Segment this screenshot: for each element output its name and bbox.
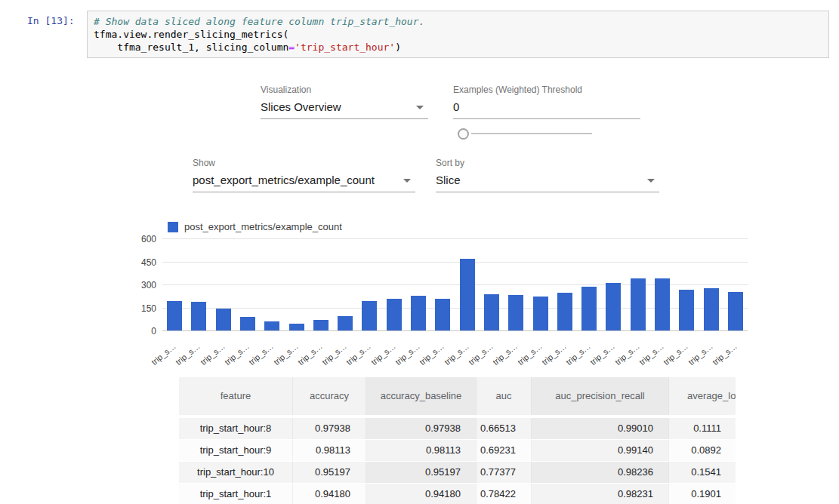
bar[interactable] [167,301,182,330]
table-body: trip_start_hour:80.979380.979380.665130.… [179,418,736,504]
chevron-down-icon [647,179,655,183]
y-axis-tick: 150 [126,303,156,314]
table-cell: 0.66513 [476,418,531,439]
column-header: accuracy_baseline [366,377,476,415]
table-cell: 0.97938 [366,418,476,439]
table-cell: 0.99140 [531,440,668,461]
threshold-slider[interactable] [456,128,592,140]
code-string: 'trip_start_hour' [295,41,395,53]
table-cell: 0.98113 [292,440,366,461]
table-cell: 0.1901 [668,484,736,504]
code-comment: # Show data sliced along feature column … [94,16,424,27]
table-cell: 0.78422 [476,484,531,504]
legend-swatch [168,222,178,232]
gridline [162,238,748,239]
code-line: tfma.view.render_slicing_metrics( [94,28,822,41]
bar[interactable] [435,299,450,330]
bar[interactable] [655,278,670,330]
bar[interactable] [362,301,377,330]
table-cell: 0.98231 [531,484,668,504]
show-dropdown[interactable]: post_export_metrics/example_count [193,172,415,192]
gridline [162,262,748,263]
bar[interactable] [216,309,231,330]
bar[interactable] [606,283,621,330]
visualization-control: Visualization Slices Overview [261,85,428,119]
bar[interactable] [728,292,743,330]
show-value: post_export_metrics/example_count [193,174,375,186]
threshold-control: Examples (Weighted) Threshold [453,85,640,119]
table-cell: 0.94180 [366,484,476,504]
metrics-table: featureaccuracyaccuracy_baselineaucauc_p… [179,377,736,504]
sort-control: Sort by Slice [436,158,659,192]
table-cell: 0.95197 [292,462,366,483]
table-cell: 0.1541 [668,462,736,483]
bar[interactable] [313,320,329,330]
chevron-down-icon [403,179,411,183]
slider-knob[interactable] [458,128,469,140]
bar[interactable] [191,302,206,330]
table-cell: 0.99010 [531,418,668,439]
column-header: feature [179,377,292,415]
code-line: tfma_result_1, slicing_column='trip_star… [94,41,822,54]
sort-value: Slice [436,174,461,186]
code-editor[interactable]: # Show data sliced along feature column … [87,11,829,58]
code-text: ) [395,41,401,53]
bar[interactable] [387,299,402,330]
table-row: trip_start_hour:80.979380.979380.665130.… [179,418,736,440]
visualization-dropdown[interactable]: Slices Overview [261,99,428,119]
visualization-label: Visualization [261,85,428,95]
code-text: tfma_result_1, slicing_column [94,41,288,53]
show-label: Show [193,158,415,168]
table-cell: 0.69231 [476,440,531,461]
table-row: trip_start_hour:90.981130.981130.692310.… [179,440,736,462]
sort-label: Sort by [436,158,659,168]
chevron-down-icon [416,106,424,109]
table-row: trip_start_hour:100.951970.951970.773770… [179,462,736,484]
cell-prompt: In [13]: [27,15,75,26]
show-control: Show post_export_metrics/example_count [193,158,415,192]
bar[interactable] [704,288,719,330]
bar[interactable] [508,295,523,330]
table-header-row: featureaccuracyaccuracy_baselineaucauc_p… [179,377,736,415]
y-axis-tick: 300 [126,280,156,290]
y-axis-tick: 450 [126,257,156,268]
visualization-value: Slices Overview [261,100,341,113]
sort-dropdown[interactable]: Slice [436,172,659,192]
bar[interactable] [289,324,304,330]
threshold-label: Examples (Weighted) Threshold [453,85,640,95]
bar[interactable] [557,293,572,330]
bar[interactable] [338,316,353,330]
bar[interactable] [484,294,499,330]
table-cell: 0.97938 [292,418,366,439]
table-cell: 0.98236 [531,462,668,483]
column-header: accuracy [292,377,366,415]
bar[interactable] [411,296,426,330]
column-header: average_los [668,377,736,415]
table-cell: trip_start_hour:8 [179,418,292,439]
code-line: # Show data sliced along feature column … [94,15,822,28]
table-row: trip_start_hour:10.941800.941800.784220.… [179,484,736,504]
table-header: featureaccuracyaccuracy_baselineaucauc_p… [179,377,736,415]
bar[interactable] [581,287,597,330]
bar[interactable] [679,290,694,330]
table-cell: trip_start_hour:10 [179,462,292,483]
y-axis-tick: 0 [126,326,156,337]
table-cell: trip_start_hour:1 [179,484,292,504]
bar-chart: 0150300450600trip_s…trip_s…trip_s…trip_s… [162,239,748,331]
column-header: auc_precision_recall [531,377,668,415]
bar[interactable] [460,259,475,330]
slider-track[interactable] [471,133,592,134]
table-cell: 0.77377 [476,462,531,483]
table-cell: 0.95197 [366,462,476,483]
bar[interactable] [631,278,646,330]
bar[interactable] [240,317,255,330]
y-axis-tick: 600 [126,234,156,244]
table-cell: trip_start_hour:9 [179,440,292,461]
bar[interactable] [533,297,548,330]
table-cell: 0.1111 [668,418,736,439]
threshold-input[interactable] [453,99,640,119]
bar[interactable] [264,321,279,330]
code-operator: = [288,41,295,53]
legend-label: post_export_metrics/example_count [184,221,342,232]
table-cell: 0.98113 [366,440,476,461]
